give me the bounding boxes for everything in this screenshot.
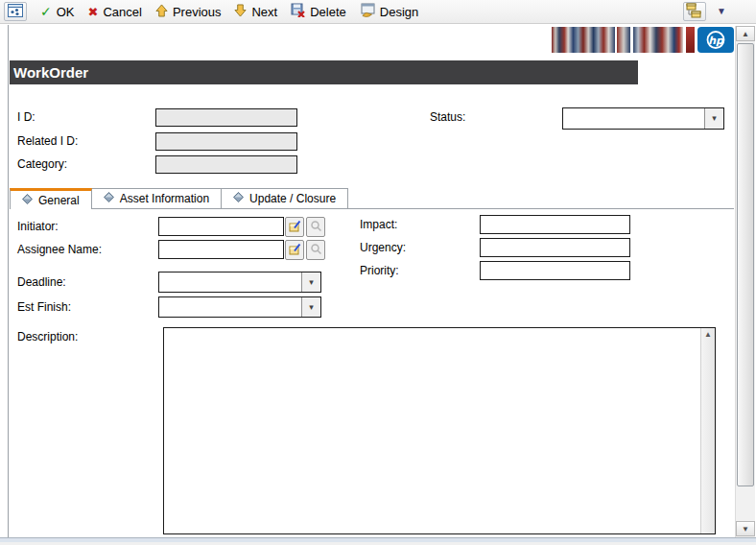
description-textarea-wrap: ▲ xyxy=(163,327,716,534)
scroll-down-icon: ▼ xyxy=(742,525,749,533)
diamond-icon xyxy=(22,194,33,207)
deadline-dropdown-button[interactable]: ▾ xyxy=(301,272,320,292)
category-label: Category: xyxy=(17,157,67,171)
impact-field[interactable] xyxy=(480,215,630,234)
description-textarea[interactable] xyxy=(164,328,699,533)
tab-asset-information[interactable]: Asset Information xyxy=(92,188,222,208)
delete-record-icon xyxy=(291,3,305,20)
page-scrollbar-thumb[interactable] xyxy=(737,43,754,486)
page-scroll-down-button[interactable]: ▼ xyxy=(736,521,755,536)
priority-label: Priority: xyxy=(360,264,399,277)
scroll-up-icon: ▲ xyxy=(742,30,749,38)
fill-icon xyxy=(289,243,301,258)
next-button[interactable]: Next xyxy=(234,4,277,20)
assignee-name-field[interactable] xyxy=(158,240,284,259)
initiator-label: Initiator: xyxy=(17,220,59,233)
hp-logo: hp xyxy=(697,27,734,53)
magnifier-icon xyxy=(310,220,322,235)
next-button-label: Next xyxy=(251,5,277,19)
related-id-field[interactable] xyxy=(155,132,297,151)
previous-button-label: Previous xyxy=(173,5,222,19)
assignee-find-button[interactable] xyxy=(306,240,325,260)
previous-button[interactable]: Previous xyxy=(155,4,222,20)
magnifier-icon xyxy=(310,243,322,258)
fill-icon xyxy=(289,220,301,235)
tab-bar: General Asset Information Update / Closu… xyxy=(10,188,734,209)
description-label: Description: xyxy=(17,330,78,344)
form-view-icon xyxy=(8,4,23,20)
assignee-fill-button[interactable] xyxy=(285,240,304,260)
tab-update-closure-label: Update / Closure xyxy=(249,192,336,205)
record-tree-button[interactable] xyxy=(683,2,706,21)
chevron-down-icon: ▾ xyxy=(712,114,717,123)
design-button[interactable]: Design xyxy=(360,3,418,20)
chevron-down-icon: ▾ xyxy=(309,278,314,287)
banner-photo-3 xyxy=(633,27,683,53)
toolbar-overflow-dropdown[interactable]: ▼ xyxy=(717,7,726,16)
related-id-label: Related I D: xyxy=(17,134,78,148)
tab-update-closure[interactable]: Update / Closure xyxy=(222,188,348,208)
diamond-icon xyxy=(233,192,244,205)
chevron-down-icon: ▾ xyxy=(309,303,314,312)
status-combobox-input[interactable] xyxy=(563,108,704,129)
id-label: I D: xyxy=(17,110,35,124)
priority-field[interactable] xyxy=(480,261,630,280)
page-scroll-up-button[interactable]: ▲ xyxy=(736,26,755,41)
record-tree-icon xyxy=(686,3,703,21)
initiator-find-button[interactable] xyxy=(306,217,325,237)
est-finish-combobox[interactable]: ▾ xyxy=(158,296,321,318)
status-dropdown-button[interactable]: ▾ xyxy=(704,108,723,129)
initiator-field[interactable] xyxy=(158,217,284,236)
page-title: WorkOrder xyxy=(10,60,638,84)
description-scrollbar[interactable]: ▲ xyxy=(700,328,715,533)
cancel-button[interactable]: ✖ Cancel xyxy=(88,5,142,19)
id-field[interactable] xyxy=(155,108,297,127)
form-view-button[interactable] xyxy=(4,2,27,21)
toolbar: ✓ OK ✖ Cancel Previous Next Delete Desig… xyxy=(0,0,756,24)
check-icon: ✓ xyxy=(40,5,52,18)
delete-button[interactable]: Delete xyxy=(291,3,346,20)
deadline-combobox-input[interactable] xyxy=(159,272,301,292)
svg-text:hp: hp xyxy=(708,35,724,47)
status-combobox[interactable]: ▾ xyxy=(562,107,724,130)
design-button-label: Design xyxy=(380,5,418,19)
assignee-name-label: Assignee Name: xyxy=(17,243,102,256)
banner-photo-2 xyxy=(617,27,630,53)
est-finish-dropdown-button[interactable]: ▾ xyxy=(301,297,320,317)
cancel-button-label: Cancel xyxy=(103,5,141,19)
impact-label: Impact: xyxy=(360,218,397,231)
status-label: Status: xyxy=(430,110,465,124)
tab-general[interactable]: General xyxy=(10,188,92,209)
banner-photo-4 xyxy=(686,27,695,53)
design-icon xyxy=(360,3,375,20)
diamond-icon xyxy=(104,192,114,205)
ok-button-label: OK xyxy=(57,5,75,19)
delete-button-label: Delete xyxy=(310,5,346,19)
urgency-field[interactable] xyxy=(480,238,630,257)
arrow-up-icon xyxy=(155,4,168,20)
scroll-up-icon[interactable]: ▲ xyxy=(701,328,715,342)
deadline-combobox[interactable]: ▾ xyxy=(158,272,321,293)
tab-general-label: General xyxy=(38,194,80,207)
tab-asset-information-label: Asset Information xyxy=(120,192,209,205)
banner-photo-1 xyxy=(552,27,615,53)
urgency-label: Urgency: xyxy=(360,241,406,254)
category-field[interactable] xyxy=(155,155,297,174)
ok-button[interactable]: ✓ OK xyxy=(40,5,75,19)
deadline-label: Deadline: xyxy=(17,275,66,289)
red-x-icon: ✖ xyxy=(88,6,99,18)
est-finish-combobox-input[interactable] xyxy=(159,297,301,317)
est-finish-label: Est Finish: xyxy=(17,300,71,314)
page-scrollbar[interactable]: ▲ ▼ xyxy=(735,26,755,537)
arrow-down-icon xyxy=(234,4,247,20)
initiator-fill-button[interactable] xyxy=(285,217,304,237)
